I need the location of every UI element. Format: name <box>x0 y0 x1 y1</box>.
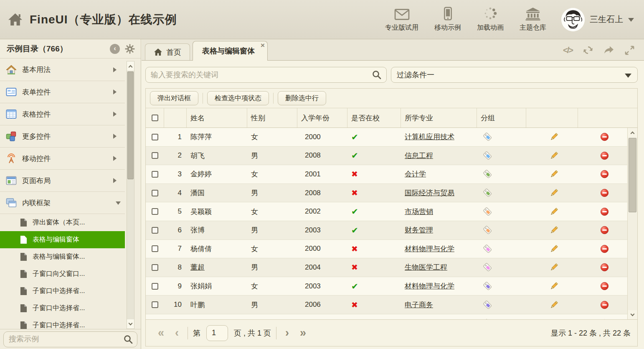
row-checkbox[interactable] <box>152 227 158 234</box>
edit-pencil-icon[interactable] <box>549 262 559 272</box>
row-checkbox[interactable] <box>152 245 158 252</box>
keyword-search-input[interactable] <box>145 67 387 83</box>
page-number-input[interactable] <box>206 325 228 341</box>
delete-icon[interactable] <box>600 151 609 160</box>
tag-icon[interactable] <box>483 188 492 198</box>
close-icon[interactable]: × <box>261 42 265 49</box>
filter-dropdown[interactable]: 过滤条件一 <box>391 67 638 83</box>
gear-icon[interactable] <box>125 44 135 54</box>
edit-pencil-icon[interactable] <box>549 300 559 310</box>
refresh-icon[interactable] <box>583 45 593 56</box>
sidebar-menu-item[interactable]: 表格控件 <box>0 103 125 125</box>
tab-grid-edit-window[interactable]: 表格与编辑窗体 × <box>193 41 268 61</box>
search-icon[interactable] <box>372 70 382 80</box>
search-icon[interactable] <box>123 334 133 344</box>
edit-pencil-icon[interactable] <box>549 225 559 235</box>
tag-icon[interactable] <box>483 207 492 217</box>
delete-icon[interactable] <box>600 282 609 290</box>
header-nav-item[interactable]: 加载动画 <box>477 7 504 32</box>
major-link[interactable]: 信息工程 <box>405 151 433 160</box>
expand-icon[interactable] <box>624 45 635 56</box>
edit-pencil-icon[interactable] <box>549 132 559 142</box>
delete-icon[interactable] <box>600 226 609 234</box>
major-link[interactable]: 财务管理 <box>405 225 433 235</box>
share-icon[interactable] <box>603 45 614 55</box>
user-menu[interactable]: 三生石上 <box>561 8 644 31</box>
row-checkbox[interactable] <box>152 208 158 215</box>
open-dialog-button[interactable]: 弹出对话框 <box>150 91 198 105</box>
header-nav-item[interactable]: 主题仓库 <box>520 7 546 32</box>
avatar[interactable] <box>561 8 585 31</box>
scroll-up-icon[interactable] <box>127 61 134 71</box>
grid-scrollbar[interactable] <box>627 128 637 319</box>
tag-icon[interactable] <box>483 281 492 291</box>
row-checkbox[interactable] <box>152 264 158 271</box>
major-link[interactable]: 计算机应用技术 <box>405 132 454 142</box>
delete-icon[interactable] <box>600 189 609 197</box>
major-link[interactable]: 国际经济与贸易 <box>405 188 454 198</box>
row-checkbox[interactable] <box>152 152 158 159</box>
sidebar-submenu-item[interactable]: 子窗口中选择省... <box>0 317 125 329</box>
sidebar-submenu-item[interactable]: 表格与编辑窗体... <box>0 248 125 265</box>
row-checkbox[interactable] <box>152 301 158 308</box>
tag-icon[interactable] <box>483 169 492 179</box>
first-page-icon[interactable]: « <box>158 327 164 339</box>
row-checkbox[interactable] <box>152 134 158 140</box>
tag-icon[interactable] <box>483 300 492 310</box>
sidebar-menu-item[interactable]: 移动控件 <box>0 147 125 169</box>
check-selection-button[interactable]: 检查选中项状态 <box>207 91 269 105</box>
collapse-circle-icon[interactable]: ‹ <box>110 44 120 54</box>
sidebar-submenu-item[interactable]: 子窗口中选择省... <box>0 300 125 317</box>
major-link[interactable]: 材料物理与化学 <box>405 244 454 254</box>
sidebar-submenu-item[interactable]: 弹出窗体（本页... <box>0 214 125 231</box>
sidebar-submenu-item[interactable]: 子窗口向父窗口... <box>0 265 125 283</box>
scroll-up-icon[interactable] <box>628 128 637 137</box>
sidebar-submenu-item[interactable]: 表格与编辑窗体 <box>0 231 125 248</box>
major-link[interactable]: 电子商务 <box>405 300 433 310</box>
delete-icon[interactable] <box>600 207 609 216</box>
sidebar-menu-item[interactable]: 更多控件 <box>0 125 125 147</box>
edit-pencil-icon[interactable] <box>549 244 559 254</box>
code-icon[interactable]: </> <box>563 46 573 55</box>
sidebar-menu-item[interactable]: 页面布局 <box>0 169 125 191</box>
tag-icon[interactable] <box>483 225 492 235</box>
tab-home[interactable]: 首页 <box>145 43 190 60</box>
edit-pencil-icon[interactable] <box>549 151 559 160</box>
scrollbar-thumb[interactable] <box>629 138 636 212</box>
last-page-icon[interactable]: » <box>300 327 306 339</box>
sidebar-scrollbar[interactable] <box>127 61 134 329</box>
edit-pencil-icon[interactable] <box>549 207 559 217</box>
delete-icon[interactable] <box>600 263 609 272</box>
row-checkbox[interactable] <box>152 190 158 196</box>
major-link[interactable]: 市场营销 <box>405 207 433 217</box>
tag-icon[interactable] <box>483 151 492 160</box>
tag-icon[interactable] <box>483 244 492 254</box>
delete-icon[interactable] <box>600 245 609 253</box>
edit-pencil-icon[interactable] <box>549 188 559 198</box>
scroll-down-icon[interactable] <box>127 319 134 329</box>
edit-pencil-icon[interactable] <box>549 169 559 179</box>
edit-pencil-icon[interactable] <box>549 281 559 291</box>
header-nav-item[interactable]: 专业版试用 <box>385 7 418 32</box>
tag-icon[interactable] <box>483 132 492 142</box>
delete-selected-button[interactable]: 删除选中行 <box>278 91 326 105</box>
major-link[interactable]: 会计学 <box>405 169 426 179</box>
sidebar-search-input[interactable] <box>3 331 137 347</box>
next-page-icon[interactable]: › <box>285 327 289 339</box>
delete-icon[interactable] <box>600 301 609 309</box>
prev-page-icon[interactable]: ‹ <box>175 327 179 339</box>
delete-icon[interactable] <box>600 132 609 141</box>
select-all-checkbox[interactable] <box>152 115 158 121</box>
sidebar-menu-item[interactable]: 表单控件 <box>0 81 125 103</box>
delete-icon[interactable] <box>600 170 609 178</box>
sidebar-menu-item[interactable]: 基本用法 <box>0 59 125 81</box>
row-checkbox[interactable] <box>152 283 158 290</box>
tag-icon[interactable] <box>483 262 492 272</box>
sidebar-submenu-item[interactable]: 子窗口中选择省... <box>0 283 125 300</box>
major-link[interactable]: 生物医学工程 <box>405 262 447 272</box>
sidebar-menu-item[interactable]: 内联框架 <box>0 191 125 214</box>
row-checkbox[interactable] <box>152 171 158 178</box>
header-nav-item[interactable]: 移动示例 <box>434 7 461 32</box>
major-link[interactable]: 材料物理与化学 <box>405 281 454 291</box>
scrollbar-thumb[interactable] <box>127 71 134 179</box>
